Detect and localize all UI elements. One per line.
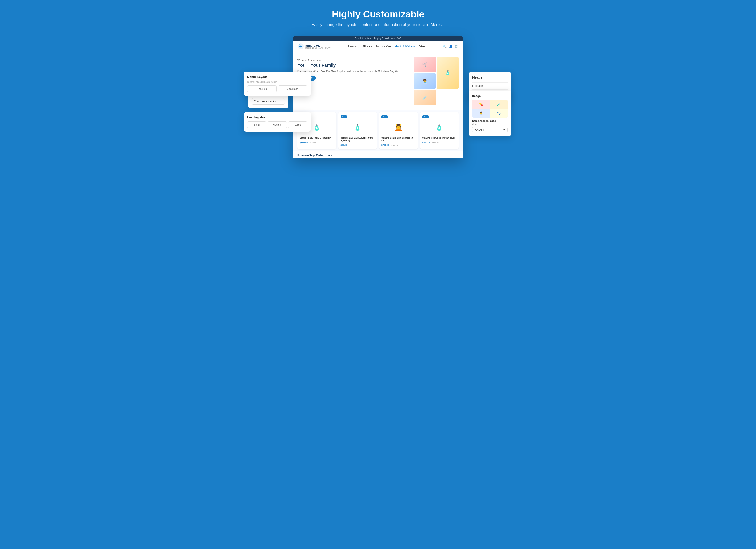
store-mockup: Free International shipping for orders o… (293, 36, 463, 159)
hero-image-2: 🧴 (437, 57, 459, 89)
img-grid-3: 👨‍⚕️ (472, 109, 490, 118)
mobile-columns-label: Number of columns on mobile (247, 81, 307, 83)
product-name-2: Cetaphil Dam Daily Advance Ultra Hydrati… (341, 137, 375, 142)
img-grid-4: 🐾 (490, 109, 508, 118)
image-filetype: JPG (472, 123, 508, 125)
product-card-3[interactable]: Sale 💆 Cetaphil Gentle Skin Cleanser (70… (379, 112, 418, 149)
product-old-price-4: $520.00 (432, 142, 439, 144)
product-name-1: Cetaphil Daily Facial Moisturizer (300, 137, 334, 140)
large-size-btn[interactable]: Large (288, 121, 307, 128)
main-container: Heading ✦ B I 🔗 Mobile Layout Number of … (293, 36, 463, 159)
img-grid-2: 🧪 (490, 100, 508, 109)
product-img-4: 🧴 (422, 119, 457, 135)
header-panel-title: Header (472, 75, 508, 79)
heading-size-panel: Heading size Small Medium Large (244, 112, 311, 132)
product-name-3: Cetaphil Gentle Skin Cleanser (70 ml) (381, 137, 416, 142)
hero-small-text: Wellness Products for (297, 59, 412, 62)
image-preview: 💊 🧪 👨‍⚕️ 🐾 (472, 100, 508, 118)
products-section: Sale 🧴 Cetaphil Daily Facial Moisturizer… (293, 110, 463, 151)
user-icon[interactable]: 👤 (449, 45, 453, 48)
store-topbar: Free International shipping for orders o… (293, 36, 463, 41)
store-header: MEDICAL MEDICINE & HEALTH BEAUTY Pharmac… (293, 41, 463, 52)
nav-pharmacy[interactable]: Pharmacy (348, 45, 359, 48)
store-hero: Wellness Products for You + Your Family … (293, 52, 463, 110)
product-badge-4: Sale (422, 116, 429, 118)
hero-image-4: 💉 (414, 90, 436, 105)
product-price-2: $30.00 (341, 143, 375, 147)
img-grid-1: 💊 (472, 100, 490, 109)
store-nav: Pharmacy Skincare Personal Care Health &… (335, 45, 438, 48)
hero-image-3: 👨‍⚕️ (414, 73, 436, 89)
product-price-3: $700.00 $760.00 (381, 143, 416, 147)
nav-skincare[interactable]: Skincare (363, 45, 372, 48)
product-current-price-1: $340.00 (300, 142, 308, 144)
chevron-icon: › (472, 84, 473, 88)
mobile-columns-options: 1 column 2 columns (247, 86, 307, 92)
one-column-btn[interactable]: 1 column (247, 86, 277, 92)
hero-heading: You + Your Family (297, 62, 412, 68)
browse-heading: Browse Top Categories (293, 151, 463, 159)
nav-offers[interactable]: Offers (419, 45, 425, 48)
medium-size-btn[interactable]: Medium (268, 121, 287, 128)
hero-image-1: 🛒 (414, 57, 436, 72)
products-grid: Sale 🧴 Cetaphil Daily Facial Moisturizer… (297, 112, 459, 149)
nav-health-wellness[interactable]: Health & Wellness (395, 45, 415, 48)
header-item-label: Header (475, 84, 484, 88)
product-img-3: 💆 (381, 119, 416, 135)
small-size-btn[interactable]: Small (247, 121, 266, 128)
logo-sub: MEDICINE & HEALTH BEAUTY (305, 47, 331, 49)
page-subtitle: Easily change the layouts, content and i… (311, 22, 444, 27)
heading-text-input[interactable] (252, 98, 285, 105)
hero-images: 🛒 🧴 👨‍⚕️ 💉 (414, 57, 459, 105)
dropdown-arrow-icon: ▾ (503, 128, 505, 131)
header-item[interactable]: › Header (472, 82, 508, 89)
product-price-4: $470.00 $520.00 (422, 140, 457, 144)
product-badge-3: Sale (381, 116, 388, 118)
product-name-4: Cetaphil Moisturising Cream (80g) (422, 137, 457, 140)
logo-icon (297, 43, 304, 50)
product-old-price-3: $760.00 (391, 144, 398, 146)
product-price-1: $340.00 $400.00 (300, 140, 334, 144)
image-filename: home-banner-image (472, 120, 508, 122)
mobile-layout-panel: Mobile Layout Number of columns on mobil… (244, 72, 311, 96)
search-icon[interactable]: 🔍 (443, 45, 447, 48)
mobile-layout-title: Mobile Layout (247, 75, 307, 79)
hero-description: Discover Quality Care - Your One-Stop Sh… (297, 70, 412, 73)
logo-text: MEDICAL (305, 44, 331, 47)
product-current-price-2: $30.00 (341, 144, 348, 146)
nav-icons: 🔍 👤 🛒 (443, 45, 459, 48)
heading-size-title: Heading size (247, 116, 307, 119)
nav-personal-care[interactable]: Personal Care (376, 45, 391, 48)
page-title: Highly Customizable (332, 9, 424, 20)
hero-text: Wellness Products for You + Your Family … (297, 57, 412, 105)
image-panel-title: Image (472, 94, 508, 98)
heading-size-options: Small Medium Large (247, 121, 307, 128)
product-current-price-4: $470.00 (422, 142, 430, 144)
product-current-price-3: $700.00 (381, 144, 389, 146)
product-img-2: 🧴 (341, 119, 375, 135)
change-image-button[interactable]: Change ▾ (472, 127, 508, 133)
product-badge-2: Sale (341, 116, 347, 118)
two-columns-btn[interactable]: 2 columns (278, 86, 307, 92)
image-panel: Image 💊 🧪 👨‍⚕️ 🐾 home-banner-image JPG C… (469, 91, 511, 136)
product-card-4[interactable]: Sale 🧴 Cetaphil Moisturising Cream (80g)… (420, 112, 459, 149)
cart-icon[interactable]: 🛒 (455, 45, 459, 48)
product-old-price-1: $400.00 (310, 142, 316, 144)
product-card-2[interactable]: Sale 🧴 Cetaphil Dam Daily Advance Ultra … (338, 112, 377, 149)
store-logo: MEDICAL MEDICINE & HEALTH BEAUTY (297, 43, 331, 50)
change-label: Change (475, 129, 484, 131)
